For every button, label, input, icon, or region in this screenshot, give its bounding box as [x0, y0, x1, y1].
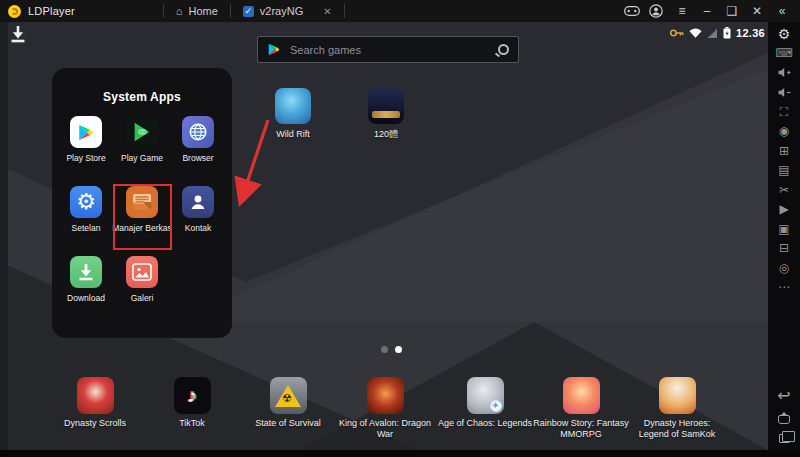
- app-label: Rainbow Story: Fantasy MMORPG: [533, 418, 629, 440]
- multi-instance-icon[interactable]: ▣: [768, 219, 800, 239]
- app-kontak[interactable]: Kontak: [170, 186, 226, 256]
- operation-recorder-icon[interactable]: ◉: [768, 122, 800, 142]
- tab-v2rayng-label: v2rayNG: [260, 5, 303, 17]
- settings-icon[interactable]: ⚙: [768, 24, 800, 44]
- google-play-icon: [267, 42, 281, 57]
- minimize-button[interactable]: –: [699, 4, 715, 18]
- search-bar[interactable]: Search games: [257, 36, 519, 63]
- wifi-icon: [689, 28, 702, 38]
- app-label: 120體: [374, 129, 398, 140]
- app-browser[interactable]: Browser: [170, 116, 226, 186]
- dock-app-king-of-avalon[interactable]: King of Avalon: Dragon War: [337, 377, 433, 440]
- maximize-button[interactable]: ❑: [724, 4, 740, 18]
- menu-icon[interactable]: ≡: [674, 4, 690, 18]
- more-icon[interactable]: ⋯: [768, 278, 800, 298]
- app-label: Browser: [182, 153, 213, 164]
- close-tab-icon[interactable]: ✕: [323, 6, 331, 17]
- screenshot-icon[interactable]: ⊞: [768, 141, 800, 161]
- state-of-survival-icon: [270, 377, 307, 414]
- home-button[interactable]: [778, 415, 790, 424]
- wild-rift-icon: [275, 88, 311, 124]
- download-app-icon: [70, 256, 102, 288]
- app-label: Download: [67, 293, 105, 304]
- search-placeholder: Search games: [290, 44, 489, 56]
- app-download[interactable]: Download: [58, 256, 114, 326]
- volume-down-icon[interactable]: [768, 83, 800, 103]
- app-label: Setelan: [72, 223, 101, 234]
- tab-home[interactable]: ⌂ Home: [164, 0, 230, 22]
- volume-up-icon[interactable]: [768, 63, 800, 83]
- home-icon: ⌂: [176, 5, 183, 17]
- tiktok-icon: ♪: [174, 377, 211, 414]
- app-play-game[interactable]: Play Game: [114, 116, 170, 186]
- rainbow-story-icon: [563, 377, 600, 414]
- tab-home-label: Home: [189, 5, 218, 17]
- desktop-app-120[interactable]: 120體: [351, 88, 421, 140]
- gallery-icon: [126, 256, 158, 288]
- fullscreen-icon[interactable]: ⛶: [768, 102, 800, 122]
- app-label: Dynasty Scrolls: [64, 418, 126, 429]
- screen-cut-icon[interactable]: ✂: [768, 180, 800, 200]
- back-button[interactable]: ↩: [777, 386, 790, 405]
- app-label: Kontak: [185, 223, 211, 234]
- play-store-icon: [70, 116, 102, 148]
- dock-app-dynasty-heroes[interactable]: Dynasty Heroes: Legend of SamKok: [629, 377, 725, 440]
- apk-install-icon[interactable]: ▤: [768, 161, 800, 181]
- app-label: Play Store: [66, 153, 105, 164]
- keyboard-icon[interactable]: ⌨: [768, 44, 800, 64]
- play-game-icon: [126, 116, 158, 148]
- battery-icon: [723, 27, 731, 39]
- v2rayng-app-icon: ✓: [243, 6, 254, 17]
- king-of-avalon-icon: [367, 377, 404, 414]
- account-icon[interactable]: [649, 4, 665, 18]
- app-label: Dynasty Heroes: Legend of SamKok: [629, 418, 725, 440]
- settings-app-icon: ⚙: [70, 186, 102, 218]
- bottom-strip: [0, 450, 800, 457]
- app-label: Play Game: [121, 153, 163, 164]
- cell-signal-icon: [707, 28, 718, 38]
- app-label: Wild Rift: [276, 129, 310, 140]
- app-label: Age of Chaos: Legends: [438, 418, 532, 429]
- recent-apps-button[interactable]: [779, 434, 790, 443]
- app-play-store[interactable]: Play Store: [58, 116, 114, 186]
- app-title: LDPlayer: [28, 5, 75, 17]
- folder-title: System Apps: [52, 68, 232, 104]
- game-120-icon: [368, 88, 404, 124]
- app-galeri[interactable]: Galeri: [114, 256, 170, 326]
- desktop-app-wild-rift[interactable]: Wild Rift: [258, 88, 328, 140]
- emulator-screen: 12.36 Search games Wild Rift 120體 System…: [0, 22, 768, 450]
- dock-app-state-of-survival[interactable]: State of Survival: [240, 377, 336, 429]
- clock: 12.36: [736, 27, 765, 39]
- contacts-icon: [182, 186, 214, 218]
- app-label: Galeri: [131, 293, 154, 304]
- network-icon[interactable]: ◎: [768, 258, 800, 278]
- page-dot-1[interactable]: [381, 346, 388, 353]
- dynasty-scrolls-icon: [77, 377, 114, 414]
- gamepad-icon[interactable]: [624, 6, 640, 16]
- app-label: State of Survival: [255, 418, 321, 429]
- shared-folder-icon[interactable]: ⊟: [768, 239, 800, 259]
- browser-icon: [182, 116, 214, 148]
- search-icon[interactable]: [498, 44, 509, 55]
- dock-app-tiktok[interactable]: ♪ TikTok: [144, 377, 240, 429]
- window-titlebar: LDPlayer ⌂ Home ✓ v2rayNG ✕ ≡ – ❑ ✕ «: [0, 0, 800, 22]
- tab-v2rayng[interactable]: ✓ v2rayNG ✕: [231, 0, 344, 22]
- install-apk-icon[interactable]: [8, 25, 28, 43]
- close-button[interactable]: ✕: [749, 4, 765, 18]
- dock-app-dynasty-scrolls[interactable]: Dynasty Scrolls: [47, 377, 143, 429]
- dock-app-rainbow-story[interactable]: Rainbow Story: Fantasy MMORPG: [533, 377, 629, 440]
- video-recorder-icon[interactable]: ▶: [768, 200, 800, 220]
- page-indicator: [381, 346, 402, 353]
- dynasty-heroes-icon: [659, 377, 696, 414]
- app-label: TikTok: [179, 418, 205, 429]
- vpn-key-icon: [670, 28, 684, 38]
- android-nav-buttons: ↩: [777, 386, 790, 443]
- highlight-box-manajer-berkas: [113, 184, 172, 250]
- app-label: King of Avalon: Dragon War: [337, 418, 433, 440]
- page-dot-2[interactable]: [395, 346, 402, 353]
- collapse-sidebar-icon[interactable]: «: [774, 4, 790, 18]
- age-of-chaos-icon: ✈: [467, 377, 504, 414]
- app-setelan[interactable]: ⚙ Setelan: [58, 186, 114, 256]
- dock-app-age-of-chaos[interactable]: ✈ Age of Chaos: Legends: [437, 377, 533, 429]
- ldplayer-logo-icon: [8, 5, 21, 18]
